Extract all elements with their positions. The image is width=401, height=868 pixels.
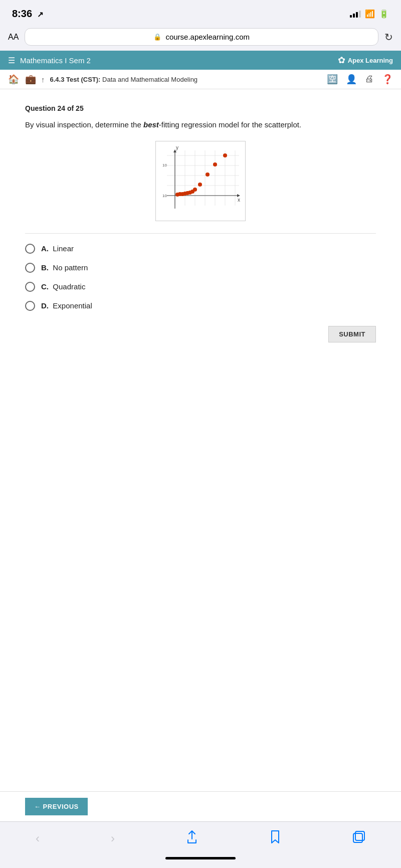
translate-icon[interactable]: 🈳	[327, 74, 338, 85]
svg-point-27	[193, 188, 197, 192]
bottom-nav-bar: ← PREVIOUS	[0, 791, 401, 821]
svg-text:10: 10	[162, 194, 167, 198]
svg-point-28	[198, 183, 202, 187]
wifi-icon: 📶	[365, 9, 375, 19]
battery-icon: 🔋	[379, 9, 389, 19]
home-indicator	[0, 853, 401, 867]
bookmarks-button[interactable]	[259, 828, 291, 849]
back-button[interactable]: ‹	[26, 829, 50, 847]
briefcase-icon[interactable]: 💼	[25, 74, 36, 85]
option-d-text: D. Exponential	[41, 301, 92, 310]
option-b[interactable]: B. No pattern	[25, 263, 376, 273]
forward-button[interactable]: ›	[101, 829, 125, 847]
url-text: course.apexlearning.com	[165, 33, 250, 41]
apex-logo: ✿ Apex Learning	[338, 55, 393, 66]
hamburger-icon[interactable]: ☰	[8, 56, 15, 65]
divider	[25, 233, 376, 234]
breadcrumb-left: 🏠 💼 ↑ 6.4.3 Test (CST): Data and Mathema…	[8, 74, 197, 85]
radio-c[interactable]	[25, 282, 35, 292]
status-bar: 8:36 ↗ 📶 🔋	[0, 0, 401, 25]
breadcrumb-icons: 🏠 💼	[8, 74, 36, 85]
print-icon[interactable]: 🖨	[365, 74, 374, 85]
person-icon[interactable]: 👤	[346, 74, 357, 85]
radio-b[interactable]	[25, 263, 35, 273]
answer-options: A. Linear B. No pattern C. Quadratic D. …	[25, 244, 376, 311]
nav-bar: ☰ Mathematics I Sem 2 ✿ Apex Learning	[0, 51, 401, 70]
option-b-text: B. No pattern	[41, 263, 88, 272]
previous-button[interactable]: ← PREVIOUS	[25, 798, 88, 815]
breadcrumb-right: 🈳 👤 🖨 ❓	[327, 74, 393, 85]
lock-icon: 🔒	[153, 33, 161, 41]
font-size-button[interactable]: AA	[8, 33, 19, 42]
url-bar[interactable]: 🔒 course.apexlearning.com	[25, 28, 378, 46]
option-a[interactable]: A. Linear	[25, 244, 376, 254]
option-a-text: A. Linear	[41, 244, 74, 253]
share-button[interactable]	[176, 828, 208, 849]
svg-point-31	[223, 153, 227, 157]
home-bar	[165, 857, 236, 859]
question-text: By visual inspection, determine the best…	[25, 119, 376, 131]
chart-container: y x 10 10	[25, 141, 376, 221]
submit-container: SUBMIT	[25, 326, 376, 342]
option-c[interactable]: C. Quadratic	[25, 282, 376, 292]
option-c-text: C. Quadratic	[41, 282, 85, 291]
svg-point-30	[213, 162, 217, 166]
chart-svg: y x 10 10	[160, 145, 242, 218]
browser-bar: AA 🔒 course.apexlearning.com ↻	[0, 25, 401, 51]
svg-rect-33	[355, 831, 364, 840]
svg-text:10: 10	[162, 163, 167, 167]
svg-text:x: x	[238, 197, 240, 203]
option-d[interactable]: D. Exponential	[25, 301, 376, 311]
breadcrumb-bar: 🏠 💼 ↑ 6.4.3 Test (CST): Data and Mathema…	[0, 70, 401, 89]
help-icon[interactable]: ❓	[382, 74, 393, 85]
svg-text:y: y	[176, 145, 178, 150]
reload-button[interactable]: ↻	[384, 31, 393, 43]
breadcrumb-text: 6.4.3 Test (CST): Data and Mathematical …	[50, 76, 198, 83]
main-content: Question 24 of 25 By visual inspection, …	[0, 89, 401, 791]
nav-left: ☰ Mathematics I Sem 2	[8, 56, 91, 65]
radio-a[interactable]	[25, 244, 35, 254]
status-time: 8:36 ↗	[12, 8, 44, 20]
question-header: Question 24 of 25	[25, 104, 376, 112]
submit-button[interactable]: SUBMIT	[328, 326, 376, 342]
signal-icon	[350, 10, 361, 18]
nav-title: Mathematics I Sem 2	[20, 56, 91, 65]
tabs-button[interactable]	[342, 828, 375, 848]
svg-rect-32	[353, 833, 362, 842]
ios-toolbar: ‹ ›	[0, 821, 401, 853]
status-icons: 📶 🔋	[350, 9, 389, 19]
home-icon[interactable]: 🏠	[8, 74, 19, 85]
svg-point-29	[206, 172, 210, 177]
scatterplot-chart: y x 10 10	[155, 141, 246, 221]
brand-name: Apex Learning	[348, 57, 393, 64]
upload-icon: ↑	[41, 75, 45, 84]
radio-d[interactable]	[25, 301, 35, 311]
